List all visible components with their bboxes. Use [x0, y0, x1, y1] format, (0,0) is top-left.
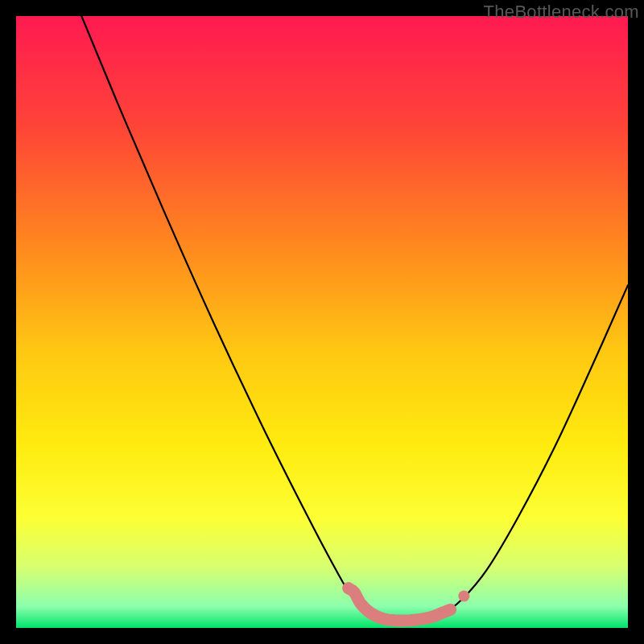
chart-frame [16, 16, 628, 628]
chart-background [16, 16, 628, 628]
series-marker-dot [458, 590, 469, 601]
watermark-text: TheBottleneck.com [484, 2, 639, 23]
bottleneck-chart [16, 16, 628, 628]
